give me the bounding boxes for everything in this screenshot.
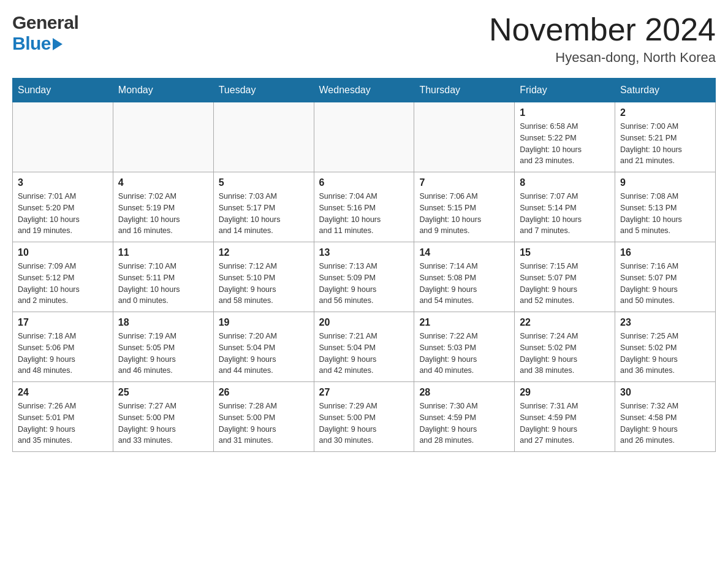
calendar-cell: 1Sunrise: 6:58 AMSunset: 5:22 PMDaylight… bbox=[515, 102, 615, 172]
day-info: Sunrise: 7:04 AMSunset: 5:16 PMDaylight:… bbox=[319, 191, 409, 237]
day-number: 4 bbox=[118, 177, 208, 188]
day-number: 30 bbox=[620, 387, 710, 398]
day-info: Sunrise: 7:14 AMSunset: 5:08 PMDaylight:… bbox=[419, 261, 509, 307]
day-info: Sunrise: 7:18 AMSunset: 5:06 PMDaylight:… bbox=[18, 331, 108, 377]
week-row-4: 17Sunrise: 7:18 AMSunset: 5:06 PMDayligh… bbox=[13, 312, 716, 382]
calendar-cell bbox=[414, 102, 515, 172]
calendar-cell: 23Sunrise: 7:25 AMSunset: 5:02 PMDayligh… bbox=[615, 312, 716, 382]
day-number: 1 bbox=[520, 107, 610, 118]
day-info: Sunrise: 7:00 AMSunset: 5:21 PMDaylight:… bbox=[620, 121, 710, 167]
calendar-cell: 11Sunrise: 7:10 AMSunset: 5:11 PMDayligh… bbox=[113, 242, 213, 312]
day-info: Sunrise: 7:03 AMSunset: 5:17 PMDaylight:… bbox=[219, 191, 309, 237]
logo-arrow-icon bbox=[53, 38, 63, 50]
calendar-cell: 2Sunrise: 7:00 AMSunset: 5:21 PMDaylight… bbox=[615, 102, 716, 172]
day-info: Sunrise: 7:06 AMSunset: 5:15 PMDaylight:… bbox=[419, 191, 509, 237]
calendar-cell: 28Sunrise: 7:30 AMSunset: 4:59 PMDayligh… bbox=[414, 382, 515, 452]
weekday-header-tuesday: Tuesday bbox=[213, 79, 314, 102]
day-number: 25 bbox=[118, 387, 208, 398]
location-label: Hyesan-dong, North Korea bbox=[489, 50, 716, 66]
calendar-cell: 9Sunrise: 7:08 AMSunset: 5:13 PMDaylight… bbox=[615, 172, 716, 242]
calendar-cell bbox=[113, 102, 213, 172]
calendar-cell: 5Sunrise: 7:03 AMSunset: 5:17 PMDaylight… bbox=[213, 172, 314, 242]
weekday-header-sunday: Sunday bbox=[13, 79, 113, 102]
day-info: Sunrise: 7:08 AMSunset: 5:13 PMDaylight:… bbox=[620, 191, 710, 237]
calendar-cell: 3Sunrise: 7:01 AMSunset: 5:20 PMDaylight… bbox=[13, 172, 113, 242]
day-number: 28 bbox=[419, 387, 509, 398]
day-info: Sunrise: 7:09 AMSunset: 5:12 PMDaylight:… bbox=[18, 261, 108, 307]
weekday-header-row: SundayMondayTuesdayWednesdayThursdayFrid… bbox=[13, 79, 716, 102]
title-section: November 2024 Hyesan-dong, North Korea bbox=[489, 12, 716, 66]
weekday-header-saturday: Saturday bbox=[615, 79, 716, 102]
calendar-cell: 6Sunrise: 7:04 AMSunset: 5:16 PMDaylight… bbox=[314, 172, 414, 242]
day-number: 20 bbox=[319, 317, 409, 328]
day-info: Sunrise: 7:01 AMSunset: 5:20 PMDaylight:… bbox=[18, 191, 108, 237]
week-row-1: 1Sunrise: 6:58 AMSunset: 5:22 PMDaylight… bbox=[13, 102, 716, 172]
calendar-cell: 18Sunrise: 7:19 AMSunset: 5:05 PMDayligh… bbox=[113, 312, 213, 382]
day-info: Sunrise: 7:07 AMSunset: 5:14 PMDaylight:… bbox=[520, 191, 610, 237]
day-number: 11 bbox=[118, 247, 208, 258]
day-number: 2 bbox=[620, 107, 710, 118]
day-info: Sunrise: 7:27 AMSunset: 5:00 PMDaylight:… bbox=[118, 400, 208, 446]
week-row-5: 24Sunrise: 7:26 AMSunset: 5:01 PMDayligh… bbox=[13, 382, 716, 452]
calendar-cell bbox=[213, 102, 314, 172]
calendar-cell bbox=[314, 102, 414, 172]
day-info: Sunrise: 7:20 AMSunset: 5:04 PMDaylight:… bbox=[219, 331, 309, 377]
weekday-header-thursday: Thursday bbox=[414, 79, 515, 102]
day-number: 23 bbox=[620, 317, 710, 328]
calendar-cell: 27Sunrise: 7:29 AMSunset: 5:00 PMDayligh… bbox=[314, 382, 414, 452]
calendar-cell: 30Sunrise: 7:32 AMSunset: 4:58 PMDayligh… bbox=[615, 382, 716, 452]
day-number: 17 bbox=[18, 317, 108, 328]
day-number: 5 bbox=[219, 177, 309, 188]
calendar-cell: 24Sunrise: 7:26 AMSunset: 5:01 PMDayligh… bbox=[13, 382, 113, 452]
day-number: 14 bbox=[419, 247, 509, 258]
day-number: 8 bbox=[520, 177, 610, 188]
day-number: 26 bbox=[219, 387, 309, 398]
calendar-cell: 14Sunrise: 7:14 AMSunset: 5:08 PMDayligh… bbox=[414, 242, 515, 312]
calendar-cell: 15Sunrise: 7:15 AMSunset: 5:07 PMDayligh… bbox=[515, 242, 615, 312]
weekday-header-monday: Monday bbox=[113, 79, 213, 102]
day-info: Sunrise: 6:58 AMSunset: 5:22 PMDaylight:… bbox=[520, 121, 610, 167]
day-info: Sunrise: 7:25 AMSunset: 5:02 PMDaylight:… bbox=[620, 331, 710, 377]
day-info: Sunrise: 7:28 AMSunset: 5:00 PMDaylight:… bbox=[219, 400, 309, 446]
week-row-2: 3Sunrise: 7:01 AMSunset: 5:20 PMDaylight… bbox=[13, 172, 716, 242]
logo-general: General bbox=[12, 12, 78, 33]
day-info: Sunrise: 7:16 AMSunset: 5:07 PMDaylight:… bbox=[620, 261, 710, 307]
day-number: 7 bbox=[419, 177, 509, 188]
page-header: General Blue November 2024 Hyesan-dong, … bbox=[12, 12, 716, 66]
day-number: 16 bbox=[620, 247, 710, 258]
calendar-cell: 22Sunrise: 7:24 AMSunset: 5:02 PMDayligh… bbox=[515, 312, 615, 382]
day-info: Sunrise: 7:29 AMSunset: 5:00 PMDaylight:… bbox=[319, 400, 409, 446]
day-number: 18 bbox=[118, 317, 208, 328]
day-info: Sunrise: 7:12 AMSunset: 5:10 PMDaylight:… bbox=[219, 261, 309, 307]
day-info: Sunrise: 7:15 AMSunset: 5:07 PMDaylight:… bbox=[520, 261, 610, 307]
day-info: Sunrise: 7:22 AMSunset: 5:03 PMDaylight:… bbox=[419, 331, 509, 377]
day-info: Sunrise: 7:31 AMSunset: 4:59 PMDaylight:… bbox=[520, 400, 610, 446]
day-info: Sunrise: 7:26 AMSunset: 5:01 PMDaylight:… bbox=[18, 400, 108, 446]
calendar-cell bbox=[13, 102, 113, 172]
day-number: 3 bbox=[18, 177, 108, 188]
day-number: 29 bbox=[520, 387, 610, 398]
day-number: 13 bbox=[319, 247, 409, 258]
day-info: Sunrise: 7:21 AMSunset: 5:04 PMDaylight:… bbox=[319, 331, 409, 377]
day-number: 15 bbox=[520, 247, 610, 258]
logo-blue: Blue bbox=[12, 33, 78, 54]
day-info: Sunrise: 7:32 AMSunset: 4:58 PMDaylight:… bbox=[620, 400, 710, 446]
day-number: 12 bbox=[219, 247, 309, 258]
day-number: 27 bbox=[319, 387, 409, 398]
day-number: 10 bbox=[18, 247, 108, 258]
calendar-cell: 20Sunrise: 7:21 AMSunset: 5:04 PMDayligh… bbox=[314, 312, 414, 382]
day-info: Sunrise: 7:30 AMSunset: 4:59 PMDaylight:… bbox=[419, 400, 509, 446]
week-row-3: 10Sunrise: 7:09 AMSunset: 5:12 PMDayligh… bbox=[13, 242, 716, 312]
day-number: 6 bbox=[319, 177, 409, 188]
month-title: November 2024 bbox=[489, 12, 716, 47]
calendar-cell: 29Sunrise: 7:31 AMSunset: 4:59 PMDayligh… bbox=[515, 382, 615, 452]
calendar-cell: 19Sunrise: 7:20 AMSunset: 5:04 PMDayligh… bbox=[213, 312, 314, 382]
calendar-table: SundayMondayTuesdayWednesdayThursdayFrid… bbox=[12, 78, 716, 452]
weekday-header-wednesday: Wednesday bbox=[314, 79, 414, 102]
calendar-cell: 4Sunrise: 7:02 AMSunset: 5:19 PMDaylight… bbox=[113, 172, 213, 242]
calendar-cell: 17Sunrise: 7:18 AMSunset: 5:06 PMDayligh… bbox=[13, 312, 113, 382]
weekday-header-friday: Friday bbox=[515, 79, 615, 102]
calendar-cell: 8Sunrise: 7:07 AMSunset: 5:14 PMDaylight… bbox=[515, 172, 615, 242]
day-info: Sunrise: 7:19 AMSunset: 5:05 PMDaylight:… bbox=[118, 331, 208, 377]
calendar-cell: 10Sunrise: 7:09 AMSunset: 5:12 PMDayligh… bbox=[13, 242, 113, 312]
